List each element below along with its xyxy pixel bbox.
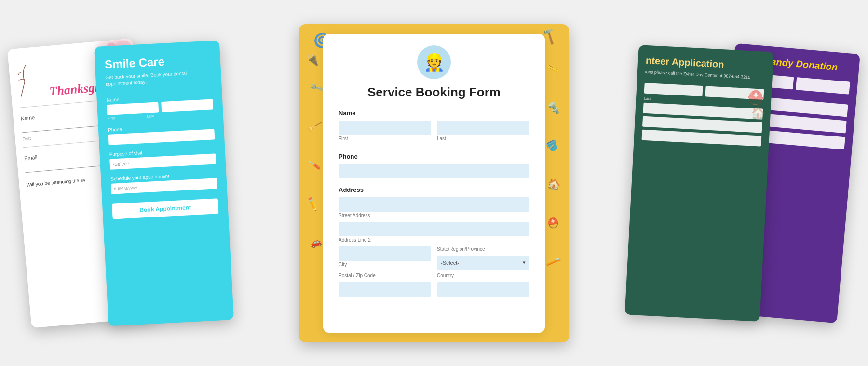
- smile-subtitle: Get back your smile. Book your dental ap…: [105, 68, 212, 87]
- postal-input[interactable]: [339, 282, 431, 297]
- city-sublabel: City: [339, 262, 431, 267]
- street-sublabel: Street Address: [339, 213, 529, 218]
- candy-last-field[interactable]: [796, 77, 850, 95]
- address2-sublabel: Address Line 2: [339, 237, 529, 243]
- volunteer-card: ⛑️ 🏠 nteer Application ions please call …: [625, 45, 774, 322]
- vol-first-field[interactable]: [644, 82, 703, 96]
- last-name-input[interactable]: [437, 121, 529, 135]
- branch-deco: [14, 61, 41, 102]
- first-sublabel: First: [339, 136, 431, 141]
- avatar-icon: 👷: [423, 52, 445, 72]
- name-row: First Last: [339, 121, 529, 145]
- postal-country-row: Postal / Zip Code Country: [339, 273, 529, 298]
- city-input[interactable]: [339, 246, 431, 261]
- postal-label: Postal / Zip Code: [339, 273, 431, 278]
- address-section-label: Address: [339, 186, 529, 193]
- volunteer-worker-icon: ⛑️: [747, 89, 765, 106]
- book-button[interactable]: Book Appointment: [112, 198, 218, 219]
- select-value: -Select-: [112, 161, 129, 167]
- state-select-value: -Select-: [441, 260, 459, 266]
- state-select[interactable]: -Select- ▾: [437, 256, 529, 270]
- last-label: Last: [147, 113, 154, 118]
- first-name-group: First: [339, 121, 431, 145]
- last-sublabel: Last: [437, 136, 529, 141]
- phone-input[interactable]: [339, 164, 529, 178]
- chevron-down-icon: ▾: [523, 259, 526, 266]
- screwdriver-icon: 🪛: [308, 158, 322, 172]
- plug-icon: 🔌: [305, 52, 320, 66]
- service-form: 👷 Service Booking Form Name First Last P…: [323, 34, 545, 333]
- smile-title: Smile Care: [104, 52, 211, 71]
- address2-input[interactable]: [339, 222, 529, 236]
- first-label: First: [108, 116, 115, 121]
- worker-avatar: 👷: [417, 45, 451, 79]
- country-group: Country: [437, 273, 529, 298]
- country-label: Country: [437, 273, 529, 278]
- hardhat-icon: ⛑️: [546, 216, 560, 230]
- bucket-icon: 🪣: [544, 137, 560, 153]
- city-group: City: [339, 246, 431, 271]
- last-name-group: Last: [437, 121, 529, 145]
- scene: Thanksgi Name First Email Will you be at…: [0, 0, 868, 366]
- date-placeholder: dd/MM/yyyy: [114, 185, 137, 190]
- brush-icon: 🪥: [545, 254, 562, 270]
- name-section-label: Name: [339, 109, 529, 117]
- smile-care-card: Smile Care Get back your smile. Book you…: [94, 40, 234, 326]
- first-name-input[interactable]: [339, 121, 431, 135]
- volunteer-house-icon: 🏠: [751, 106, 766, 121]
- country-input[interactable]: [437, 282, 529, 297]
- postal-group: Postal / Zip Code: [339, 273, 431, 298]
- city-state-row: City State/Region/Province -Select- ▾: [339, 246, 529, 271]
- state-label: State/Region/Province: [437, 246, 529, 252]
- street-address-input[interactable]: [339, 197, 529, 212]
- service-booking-card: 🌀 🔌 🔧 🧹 🪛 ✏️ 🚗 🔨 📏 🔩 🪣 🏠 ⛑️ 🪥 ⚡ 👷 Servic…: [299, 24, 569, 342]
- tool-icon: 🔩: [546, 100, 561, 114]
- house-icon: 🏠: [546, 176, 562, 192]
- ruler-icon: 📏: [546, 61, 561, 76]
- phone-section-label: Phone: [339, 153, 529, 160]
- pencil-icon: ✏️: [304, 196, 321, 212]
- service-form-title: Service Booking Form: [339, 85, 529, 100]
- car-icon: 🚗: [308, 235, 323, 249]
- broom-icon: 🧹: [306, 119, 322, 134]
- book-button-label: Book Appointment: [139, 204, 191, 214]
- state-group: State/Region/Province -Select- ▾: [437, 246, 529, 271]
